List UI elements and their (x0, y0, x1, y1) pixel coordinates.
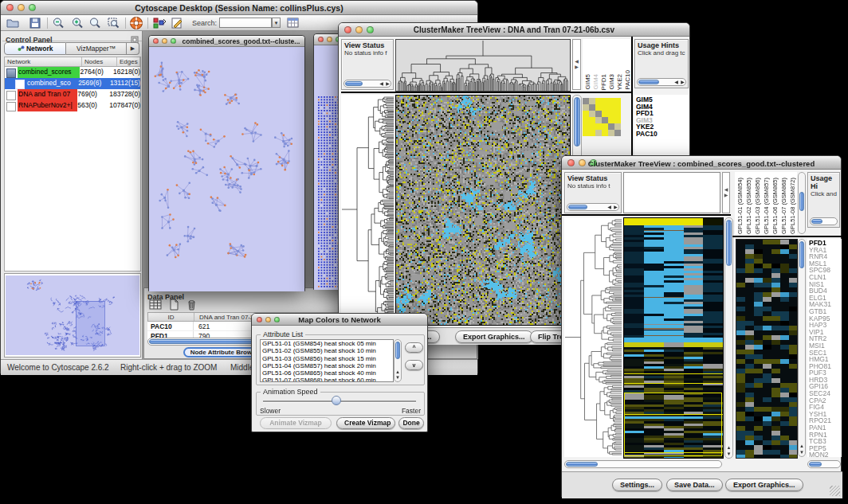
scroll-right-icon[interactable]: ▶ (575, 64, 579, 69)
column-label[interactable]: GIM4 (592, 74, 600, 90)
column-label[interactable]: GPL51-08 (GSM872) (788, 178, 797, 234)
treeview2-zoom-heatmap[interactable] (736, 239, 798, 459)
treeview1-row-dendrogram[interactable] (341, 95, 394, 324)
view-status-scrollbar[interactable]: ◀ ▶ (344, 80, 391, 88)
scrollbar-thumb[interactable] (395, 342, 400, 359)
scrollbar-thumb[interactable] (726, 220, 732, 266)
resize-grip[interactable] (830, 486, 840, 496)
global-heatmap-canvas[interactable] (396, 96, 570, 325)
main-titlebar[interactable]: Cytoscape Desktop (Session Name: collins… (1, 1, 477, 15)
dialog-titlebar[interactable]: Map Colors to Network (252, 314, 427, 326)
scroll-right-icon[interactable]: ▶ (613, 204, 618, 210)
zoom-out-icon[interactable] (52, 17, 66, 29)
scroll-right-icon[interactable]: ▶ (385, 80, 391, 87)
move-down-button[interactable]: v (405, 360, 423, 370)
gene-list-scrollbar[interactable]: ▲ ▼ (798, 239, 806, 457)
attribute-list-item[interactable]: GPL51-06 (GSM865) heat shock 40 min (261, 369, 393, 377)
view-status-scrollbar[interactable]: ◀ ▶ (567, 203, 619, 211)
network-graph-canvas[interactable] (149, 47, 304, 291)
usage-hints-scrollbar[interactable] (810, 217, 838, 225)
scrollbar-thumb[interactable] (638, 80, 659, 84)
network-overview-panel[interactable] (4, 273, 141, 357)
column-label[interactable]: GPL51-03 (GSM856) (753, 178, 762, 234)
treeview2-vscrollbar[interactable]: ▲ ▼ (724, 217, 733, 459)
attribute-table-icon[interactable] (286, 17, 300, 29)
column-header[interactable]: Network (5, 57, 82, 66)
annotation-icon[interactable] (170, 17, 184, 29)
scroll-up-icon[interactable]: ▲ (799, 443, 805, 449)
zoom-fit-icon[interactable] (107, 17, 121, 29)
scrollbar-thumb[interactable] (809, 462, 822, 467)
attribute-list-item[interactable]: GPL51-01 (GSM854) heat shock 05 min (261, 340, 393, 347)
network-table-row[interactable]: combined_sco 2569(6) 13112(15) (5, 78, 140, 89)
zoom-actual-icon[interactable] (88, 17, 103, 29)
zoom-window-icon[interactable] (171, 38, 176, 44)
scroll-right-icon[interactable]: ▶ (724, 193, 728, 197)
scroll-right-icon[interactable]: ▶ (680, 79, 685, 85)
column-label[interactable]: GPL51-07 (GSM868) (779, 178, 788, 234)
column-header[interactable]: Nodes (82, 57, 117, 66)
attribute-list-scrollbar[interactable]: ▲ ▼ (394, 339, 402, 382)
treeview1-column-dendrogram[interactable] (395, 39, 571, 92)
column-header[interactable]: Edges (117, 57, 140, 66)
gene-label[interactable]: MON2 (809, 451, 842, 457)
close-icon[interactable] (153, 38, 159, 44)
network-window-titlebar[interactable]: combined_scores_good.txt--cluste... (149, 36, 304, 47)
column-labels-scrollbar[interactable] (798, 172, 806, 234)
save-icon[interactable] (28, 17, 42, 29)
attribute-list-item[interactable]: GPL51-04 (GSM857) heat shock 20 min (261, 362, 393, 369)
column-dendrogram-canvas[interactable] (396, 40, 570, 91)
treeview2-button[interactable]: Save Data... (666, 479, 723, 491)
treeview2-titlebar[interactable]: ClusterMaker TreeView : combined_scores_… (562, 156, 841, 170)
scroll-left-icon[interactable]: ◀ (379, 80, 384, 87)
treeview2-button[interactable]: Export Graphics... (725, 479, 803, 491)
tab-more-button[interactable]: ▶ (127, 42, 139, 55)
network-table-row[interactable]: RNAPuberNov2+| 563(0) 107847(0) (5, 100, 140, 111)
scroll-down-icon[interactable]: ▼ (799, 449, 805, 455)
scroll-left-icon[interactable]: ◀ (607, 204, 612, 210)
network-table-row[interactable]: DNA and Tran 07 769(0) 183728(0) (5, 89, 140, 100)
column-label[interactable]: GPL51-01 (GSM854) (736, 178, 744, 234)
scroll-left-icon[interactable]: ◀ (673, 79, 679, 85)
scrollbar-thumb[interactable] (568, 205, 587, 209)
id-column-header[interactable]: ID (148, 313, 194, 321)
scrollbar-thumb[interactable] (345, 81, 363, 86)
close-icon[interactable] (318, 37, 324, 42)
scroll-down-icon[interactable]: ▼ (395, 374, 401, 381)
move-up-button[interactable]: ^ (405, 342, 423, 353)
scroll-left-icon[interactable]: ◀ (575, 59, 579, 64)
zoom-in-icon[interactable] (71, 17, 85, 29)
tab-vizmapper[interactable]: VizMapper™ (66, 42, 127, 55)
minimize-icon[interactable] (327, 37, 332, 42)
treeview2-column-dendrogram-empty[interactable] (623, 172, 720, 213)
attribute-list-item[interactable]: GPL51-07 (GSM868) heat shock 60 min (261, 377, 393, 382)
create-vizmap-button[interactable]: Create Vizmap (336, 417, 395, 429)
column-label[interactable]: GPL51-02 (GSM855) (744, 178, 753, 234)
help-lifering-icon[interactable] (129, 16, 143, 29)
column-label[interactable]: YKE2 (616, 74, 624, 90)
gene-list-hscrollbar[interactable] (807, 460, 841, 468)
column-label[interactable]: GPL51-06 (GSM865) (771, 178, 779, 234)
search-input[interactable] (219, 18, 272, 28)
usage-hints-scrollbar[interactable]: ◀ ▶ (637, 78, 686, 86)
vizmap-icon[interactable] (152, 17, 167, 29)
scrollbar-thumb[interactable] (574, 97, 580, 147)
animate-vizmap-button[interactable]: Animate Vizmap (260, 417, 332, 429)
network-table-row[interactable]: combined_scores 2764(0) 16218(0) (5, 67, 140, 78)
treeview1-titlebar[interactable]: ClusterMaker TreeView : DNA and Tran 07-… (339, 23, 689, 37)
scroll-left-icon[interactable]: ◀ (724, 187, 728, 192)
scrollbar-thumb[interactable] (811, 219, 822, 224)
row-label[interactable]: PAC10 (636, 131, 689, 138)
scroll-down-icon[interactable]: ▼ (725, 451, 732, 457)
scrollbar-thumb[interactable] (799, 192, 804, 211)
treeview2-row-dendrogram[interactable] (564, 217, 622, 457)
column-label[interactable]: GIM3 (608, 74, 616, 90)
treeview2-nav-strip[interactable]: ◀ ▶ (722, 172, 730, 213)
scrollbar-thumb[interactable] (566, 462, 598, 467)
row-dendrogram-canvas[interactable] (564, 217, 622, 457)
treeview1-zoom-matrix[interactable] (583, 98, 621, 136)
done-button[interactable]: Done (398, 417, 424, 429)
attribute-list-item[interactable]: GPL51-02 (GSM855) heat shock 10 min (261, 347, 393, 354)
treeview2-hscrollbar[interactable] (564, 460, 722, 468)
column-label[interactable]: GIM5 (584, 74, 592, 90)
